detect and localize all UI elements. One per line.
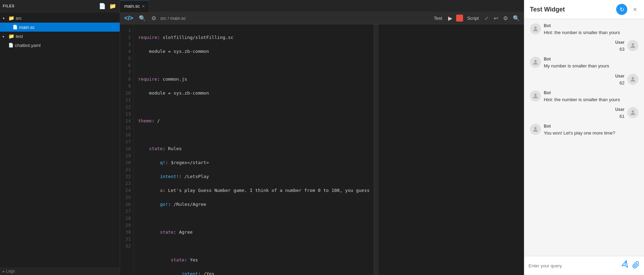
widget-header: Test Widget ↻ × bbox=[524, 0, 644, 19]
widget-title: Test Widget bbox=[530, 6, 616, 13]
vertical-scrollbar[interactable] bbox=[374, 24, 379, 275]
sender-label-5: Bot bbox=[544, 90, 620, 95]
chat-message-6: User 61 bbox=[530, 107, 638, 120]
src-folder[interactable]: ▾ 📁 src bbox=[0, 14, 120, 23]
message-content-3: Bot My number is smaller than yours bbox=[544, 57, 609, 69]
src-chevron-icon: ▾ bbox=[3, 16, 7, 20]
search-icon[interactable]: 🔍 bbox=[137, 14, 147, 22]
message-content-7: Bot You won! Let's play one more time? bbox=[544, 124, 615, 136]
file-explorer-title: Files bbox=[3, 4, 15, 8]
code-area[interactable]: 12345 678910 1112131415 1617181920 21222… bbox=[120, 24, 524, 275]
src-folder-icon: 📁 bbox=[8, 15, 14, 21]
message-bubble-3: My number is smaller than yours bbox=[544, 63, 609, 69]
svg-point-0 bbox=[534, 26, 537, 29]
code-content: 12345 678910 1112131415 1617181920 21222… bbox=[120, 24, 374, 275]
breadcrumb: src / main.sc bbox=[160, 16, 429, 21]
test-chevron-icon: ▸ bbox=[3, 34, 7, 38]
message-content-2: User 63 bbox=[615, 40, 625, 52]
bot-avatar-5 bbox=[530, 90, 541, 102]
chat-message-3: Bot My number is smaller than yours bbox=[530, 57, 638, 69]
editor-toolbar: </> 🔍 ⚙ src / main.sc Test ▶ Script ✓ ↩ … bbox=[120, 12, 524, 24]
message-bubble-4: 62 bbox=[615, 80, 625, 86]
line-numbers: 12345 678910 1112131415 1617181920 21222… bbox=[120, 24, 134, 275]
user-avatar-6 bbox=[627, 107, 638, 118]
svg-point-6 bbox=[534, 127, 537, 129]
message-content-1: Bot Hint: the number is smaller than you… bbox=[544, 23, 620, 36]
play-button[interactable]: ▶ bbox=[446, 14, 454, 22]
chat-message-4: User 62 bbox=[530, 74, 638, 86]
chat-message-1: Bot Hint: the number is smaller than you… bbox=[530, 23, 638, 36]
src-folder-label: src bbox=[16, 16, 22, 21]
user-avatar-4 bbox=[627, 74, 638, 85]
user-avatar-2 bbox=[627, 40, 638, 51]
toolbar-right: Test ▶ Script ✓ ↩ ⚙ 🔍 bbox=[432, 14, 521, 22]
test-label: Test bbox=[432, 15, 444, 22]
chat-area[interactable]: Bot Hint: the number is smaller than you… bbox=[524, 19, 644, 256]
message-content-4: User 62 bbox=[615, 74, 625, 86]
file-tree: ▾ 📁 src 📄 main.sc ▸ 📁 test 📄 chatbot.yam… bbox=[0, 12, 120, 267]
editor-tabs: main.sc × bbox=[120, 0, 524, 12]
file-explorer-header: Files 📄 📁 bbox=[0, 0, 120, 12]
message-content-6: User 61 bbox=[615, 107, 625, 120]
sender-label-1: Bot bbox=[544, 23, 620, 28]
undo-icon[interactable]: ↩ bbox=[492, 14, 500, 22]
message-bubble-1: Hint: the number is smaller than yours bbox=[544, 30, 620, 36]
script-label: Script bbox=[465, 15, 481, 22]
new-file-icon[interactable]: 📄 bbox=[98, 2, 106, 10]
refresh-icon: ↻ bbox=[620, 6, 624, 13]
logs-bar[interactable]: ▸ Logs bbox=[0, 267, 120, 275]
message-bubble-2: 63 bbox=[615, 46, 625, 52]
main-sc-label: main.sc bbox=[19, 25, 35, 30]
file-explorer: Files 📄 📁 ▾ 📁 src 📄 main.sc ▸ 📁 test 📄 c… bbox=[0, 0, 120, 275]
chat-message-7: Bot You won! Let's play one more time? bbox=[530, 124, 638, 136]
new-folder-icon[interactable]: 📁 bbox=[109, 2, 117, 10]
attach-button[interactable] bbox=[632, 261, 640, 270]
refresh-button[interactable]: ↻ bbox=[616, 4, 627, 15]
send-button[interactable] bbox=[620, 260, 631, 272]
main-sc-tab[interactable]: main.sc × bbox=[120, 0, 149, 12]
sender-label-4: User bbox=[615, 74, 625, 79]
main-sc-icon: 📄 bbox=[13, 25, 18, 30]
sender-label-6: User bbox=[615, 107, 625, 112]
chat-input-area bbox=[524, 256, 644, 275]
logs-label: Logs bbox=[6, 269, 15, 274]
message-bubble-6: 61 bbox=[615, 113, 625, 120]
find-icon[interactable]: 🔍 bbox=[511, 14, 521, 22]
code-lines: require: slotfilling/slotFilling.sc modu… bbox=[134, 24, 374, 275]
chat-message-2: User 63 bbox=[530, 40, 638, 52]
sender-label-7: Bot bbox=[544, 124, 615, 129]
close-button[interactable]: × bbox=[631, 5, 638, 14]
svg-point-2 bbox=[534, 60, 537, 63]
check-icon[interactable]: ✓ bbox=[483, 14, 490, 22]
bot-avatar-3 bbox=[530, 57, 541, 68]
test-folder[interactable]: ▸ 📁 test bbox=[0, 32, 120, 41]
settings-icon2[interactable]: ⚙ bbox=[150, 14, 158, 22]
svg-point-4 bbox=[534, 94, 537, 96]
message-bubble-5: Hint: the number is smaller than yours bbox=[544, 97, 620, 103]
svg-point-3 bbox=[632, 77, 634, 79]
tab-label: main.sc bbox=[124, 3, 140, 9]
sender-label-3: Bot bbox=[544, 57, 609, 62]
main-sc-file[interactable]: 📄 main.sc bbox=[0, 23, 120, 32]
chatbot-yaml-file[interactable]: 📄 chatbot.yaml bbox=[0, 41, 120, 50]
bot-avatar-7 bbox=[530, 124, 541, 135]
bot-avatar-1 bbox=[530, 23, 541, 34]
tab-close-icon[interactable]: × bbox=[142, 3, 145, 9]
chatbot-yaml-icon: 📄 bbox=[8, 43, 14, 48]
message-content-5: Bot Hint: the number is smaller than you… bbox=[544, 90, 620, 103]
file-explorer-icons: 📄 📁 bbox=[98, 2, 117, 10]
logs-chevron-icon: ▸ bbox=[3, 269, 5, 273]
chat-input[interactable] bbox=[528, 263, 619, 268]
chatbot-yaml-label: chatbot.yaml bbox=[15, 43, 41, 48]
test-folder-icon: 📁 bbox=[8, 33, 14, 39]
code-editor: main.sc × </> 🔍 ⚙ src / main.sc Test ▶ S… bbox=[120, 0, 524, 275]
test-widget: Test Widget ↻ × Bot Hint: the number is … bbox=[524, 0, 644, 275]
svg-point-1 bbox=[632, 43, 634, 46]
svg-point-5 bbox=[632, 110, 634, 113]
stop-button[interactable] bbox=[456, 15, 463, 22]
message-bubble-7: You won! Let's play one more time? bbox=[544, 130, 615, 136]
settings-icon[interactable]: ⚙ bbox=[502, 14, 509, 22]
chat-message-5: Bot Hint: the number is smaller than you… bbox=[530, 90, 638, 103]
code-icon[interactable]: </> bbox=[123, 14, 135, 23]
sender-label-2: User bbox=[615, 40, 625, 45]
